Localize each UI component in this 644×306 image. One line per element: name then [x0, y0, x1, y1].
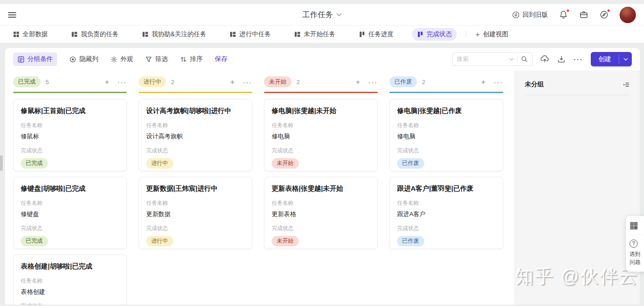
- kanban-column-3: 已作废2+···修电脑|张雯越|已作废任务名称修电脑完成状态已作废跟进A客户|董…: [389, 75, 503, 305]
- hamburger-menu-icon[interactable]: [8, 11, 16, 19]
- back-to-old-version-label: 回到旧版: [523, 11, 548, 19]
- notification-dot: [566, 9, 570, 12]
- field-label-task-name: 任务名称: [21, 122, 119, 129]
- field-value-task-name: 修电脑: [272, 132, 370, 141]
- app-title-dropdown[interactable]: 工作任务: [302, 9, 342, 20]
- column-more-icon[interactable]: ···: [494, 78, 503, 86]
- card-title: 设计高考旗帜|胡哆啦|进行中: [146, 106, 245, 115]
- funnel-icon: [145, 56, 152, 63]
- view-tab-5[interactable]: 任务进度: [354, 28, 398, 41]
- search-icon[interactable]: [521, 56, 528, 63]
- discover-compass-icon[interactable]: [599, 10, 609, 19]
- add-card-icon[interactable]: +: [230, 78, 235, 86]
- column-status-badge: 未开始: [264, 76, 292, 87]
- view-tab-0[interactable]: 全部数据: [8, 28, 53, 41]
- column-color-line: [13, 92, 127, 93]
- column-count: 2: [297, 79, 300, 85]
- search-input[interactable]: 搜索: [452, 52, 533, 66]
- toolbar-sort-button[interactable]: 排序: [180, 55, 203, 63]
- help-button[interactable]: ? 遇到 问题: [630, 240, 640, 266]
- task-card[interactable]: 修键盘|胡哆啦|已完成任务名称修键盘完成状态已完成: [13, 177, 127, 249]
- task-card[interactable]: 表格创建|胡哆啦|已完成任务名称表格创建完成状态已完成: [13, 254, 127, 305]
- view-tab-label: 完成状态: [426, 30, 452, 38]
- card-title: 修鼠标|王首勋|已完成: [21, 106, 119, 115]
- field-label-status: 完成状态: [21, 225, 119, 232]
- kanban-board: 已完成5+···修鼠标|王首勋|已完成任务名称修鼠标完成状态已完成修键盘|胡哆啦…: [5, 71, 640, 305]
- status-badge: 已作废: [397, 236, 424, 246]
- column-more-icon[interactable]: ···: [243, 78, 252, 86]
- view-tab-4[interactable]: 未开始任务: [289, 28, 340, 41]
- card-title: 跟进A客户|董羽斐|已作废: [397, 184, 496, 193]
- main-panel: 分组条件隐藏列外观筛选排序保存 搜索: [5, 47, 640, 305]
- column-count: 2: [422, 79, 425, 85]
- toolbar-save-button[interactable]: 保存: [215, 55, 227, 63]
- table-icon: [71, 31, 78, 38]
- column-more-icon[interactable]: ···: [117, 78, 127, 86]
- add-card-icon[interactable]: +: [105, 78, 109, 86]
- column-color-line: [264, 92, 378, 93]
- toolbar-right-group: 搜索 ···: [452, 52, 632, 66]
- view-tab-6[interactable]: 完成状态: [412, 28, 457, 41]
- status-badge: 进行中: [146, 158, 173, 169]
- column-header: 进行中2+···: [139, 75, 252, 89]
- view-tab-3[interactable]: 进行中任务: [225, 28, 276, 41]
- top-bar: 工作任务 回到旧版: [0, 4, 644, 26]
- expand-list-icon[interactable]: [622, 81, 630, 89]
- kanban-column-1: 进行中2+···设计高考旗帜|胡哆啦|进行中任务名称设计高考旗帜完成状态进行中更…: [139, 75, 252, 305]
- chevron-down-icon[interactable]: [509, 58, 514, 61]
- field-label-task-name: 任务名称: [21, 199, 119, 207]
- back-to-old-version-button[interactable]: 回到旧版: [512, 11, 548, 19]
- task-card[interactable]: 修鼠标|王首勋|已完成任务名称修鼠标完成状态已完成: [13, 99, 127, 171]
- column-count: 5: [46, 79, 49, 85]
- qr-code-icon[interactable]: [630, 221, 638, 230]
- kanban-icon: [359, 31, 365, 38]
- toolbar-group-by-button[interactable]: 分组条件: [13, 52, 57, 66]
- column-count: 2: [171, 79, 174, 85]
- toolbar-filter-button[interactable]: 筛选: [145, 55, 168, 63]
- task-card[interactable]: 跟进A客户|董羽斐|已作废任务名称跟进A客户完成状态已作废: [389, 177, 503, 249]
- download-icon[interactable]: [557, 55, 566, 64]
- view-tab-2[interactable]: 我协助&关注的任务: [137, 28, 211, 41]
- table-icon: [230, 31, 236, 38]
- more-options-icon[interactable]: ···: [574, 56, 583, 63]
- table-icon: [142, 31, 148, 38]
- field-value-task-name: 修鼠标: [21, 132, 119, 141]
- notifications-bell-icon[interactable]: [559, 10, 568, 19]
- toolbar-group-by-label: 分组条件: [28, 55, 53, 63]
- toolbar-appearance-button[interactable]: 外观: [111, 55, 133, 63]
- field-label-task-name: 任务名称: [397, 122, 496, 129]
- card-title: 修键盘|胡哆啦|已完成: [21, 184, 119, 193]
- status-badge: 已作废: [397, 158, 424, 169]
- user-avatar[interactable]: [620, 7, 636, 23]
- field-label-status: 完成状态: [397, 225, 496, 232]
- sidebar-collapse-handle[interactable]: [0, 155, 3, 171]
- create-dropdown-arrow[interactable]: [619, 52, 632, 66]
- page-title: 工作任务: [302, 9, 333, 20]
- status-badge: 已完成: [21, 236, 48, 246]
- help-label-line2: 问题: [630, 259, 640, 265]
- kanban-column-2: 未开始2+···修电脑|张雯越|未开始任务名称修电脑完成状态未开始更新表格|张雯…: [264, 75, 378, 305]
- task-card[interactable]: 更新数据|王炜宸|进行中任务名称更新数据完成状态进行中: [139, 177, 252, 249]
- add-card-icon[interactable]: +: [481, 78, 486, 86]
- view-tab-1[interactable]: 我负责的任务: [66, 28, 124, 41]
- task-card[interactable]: 修电脑|张雯越|已作废任务名称修电脑完成状态已作废: [389, 99, 503, 171]
- create-record-button[interactable]: 创建: [591, 52, 619, 66]
- topbar-actions: 回到旧版: [512, 7, 636, 23]
- tab-divider: [466, 31, 466, 38]
- toolbar-hide-columns-button[interactable]: 隐藏列: [69, 55, 98, 63]
- column-more-icon[interactable]: ···: [368, 78, 378, 86]
- field-label-status: 完成状态: [272, 147, 370, 155]
- create-record-split-button: 创建: [591, 52, 632, 66]
- board-icon: [18, 56, 24, 63]
- task-card[interactable]: 修电脑|张雯越|未开始任务名称修电脑完成状态未开始: [264, 99, 378, 171]
- add-card-icon[interactable]: +: [356, 78, 360, 86]
- view-tab-label: 进行中任务: [239, 30, 271, 38]
- create-view-button[interactable]: + 创建视图: [475, 30, 508, 38]
- field-value-task-name: 修电脑: [397, 132, 496, 141]
- cloud-upload-icon[interactable]: [540, 55, 549, 64]
- task-card[interactable]: 更新表格|张雯越|未开始任务名称更新表格完成状态未开始: [264, 177, 378, 249]
- task-card[interactable]: 设计高考旗帜|胡哆啦|进行中任务名称设计高考旗帜完成状态进行中: [139, 99, 252, 171]
- column-status-badge: 进行中: [139, 76, 166, 87]
- kanban-column-0: 已完成5+···修鼠标|王首勋|已完成任务名称修鼠标完成状态已完成修键盘|胡哆啦…: [13, 75, 127, 305]
- workspace-briefcase-icon[interactable]: [579, 10, 588, 19]
